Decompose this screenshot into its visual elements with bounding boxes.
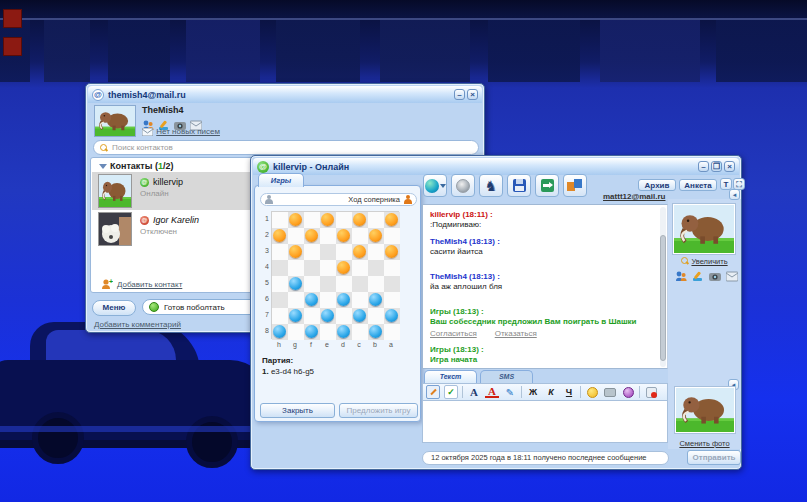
tab-games[interactable]: Игры: [258, 173, 304, 187]
board-cell[interactable]: [384, 260, 400, 276]
profile-button[interactable]: Анкета: [679, 179, 717, 191]
board-cell[interactable]: [304, 212, 320, 228]
board-cell[interactable]: [368, 324, 384, 340]
close-icon[interactable]: ×: [724, 161, 735, 172]
board-cell[interactable]: [336, 260, 352, 276]
minimize-icon[interactable]: –: [698, 161, 709, 172]
highlighter-icon[interactable]: ✎: [503, 385, 517, 399]
board-cell[interactable]: [352, 324, 368, 340]
add-contact-link[interactable]: Добавить контакт: [117, 280, 182, 289]
checker-piece-blue[interactable]: [289, 277, 302, 290]
board-cell[interactable]: [384, 244, 400, 260]
board-cell[interactable]: [272, 292, 288, 308]
board-cell[interactable]: [368, 212, 384, 228]
edit-status-icon[interactable]: [692, 268, 704, 279]
board-cell[interactable]: [304, 276, 320, 292]
spellcheck-icon[interactable]: ✓: [444, 385, 458, 399]
board-cell[interactable]: [368, 228, 384, 244]
board-cell[interactable]: [336, 212, 352, 228]
file-transfer-button[interactable]: [535, 174, 559, 197]
board-cell[interactable]: [336, 308, 352, 324]
checker-piece-blue[interactable]: [305, 293, 318, 306]
contacts-group-header[interactable]: Контакты (1/2): [99, 161, 173, 171]
checker-piece-orange[interactable]: [289, 245, 302, 258]
board-cell[interactable]: [320, 228, 336, 244]
board-cell[interactable]: [336, 228, 352, 244]
messages-scrollbar[interactable]: [660, 207, 666, 367]
board-cell[interactable]: [320, 244, 336, 260]
board-cell[interactable]: [384, 276, 400, 292]
board-cell[interactable]: [352, 292, 368, 308]
call-button[interactable]: [423, 174, 447, 197]
menu-button[interactable]: Меню: [92, 300, 136, 316]
checker-piece-blue[interactable]: [369, 293, 382, 306]
archive-button[interactable]: Архив: [638, 179, 676, 191]
checker-piece-orange[interactable]: [337, 229, 350, 242]
underline-icon[interactable]: Ч: [562, 385, 576, 399]
board-cell[interactable]: [384, 324, 400, 340]
board-cell[interactable]: [288, 324, 304, 340]
board-cell[interactable]: [352, 228, 368, 244]
board-cell[interactable]: [304, 308, 320, 324]
propose-game-button[interactable]: Предложить игру: [339, 403, 418, 418]
board-cell[interactable]: [288, 212, 304, 228]
board-cell[interactable]: [304, 228, 320, 244]
board-cell[interactable]: [272, 212, 288, 228]
close-game-button[interactable]: Закрыть: [260, 403, 335, 418]
italic-icon[interactable]: К: [544, 385, 558, 399]
board-cell[interactable]: [336, 244, 352, 260]
board-cell[interactable]: [368, 276, 384, 292]
message-history[interactable]: killervip (18:11) : :Подмигиваю: TheMish…: [422, 204, 668, 369]
board-cell[interactable]: [384, 228, 400, 244]
accept-link[interactable]: Согласиться: [430, 329, 477, 338]
board-cell[interactable]: [288, 276, 304, 292]
tab-sms[interactable]: SMS: [480, 370, 533, 383]
collapse-panel-icon[interactable]: ◂: [729, 189, 740, 200]
contact-window-titlebar[interactable]: @ themish4@mail.ru – ×: [88, 86, 482, 103]
board-cell[interactable]: [368, 260, 384, 276]
change-photo-link[interactable]: Сменить фото: [679, 439, 729, 448]
board-cell[interactable]: [288, 228, 304, 244]
board-cell[interactable]: [272, 276, 288, 292]
camera-icon[interactable]: [709, 268, 721, 279]
block-user-icon[interactable]: [644, 385, 658, 399]
font-icon[interactable]: A: [467, 385, 481, 399]
board-cell[interactable]: [320, 212, 336, 228]
mail-icon[interactable]: [726, 268, 738, 279]
board-cell[interactable]: [352, 244, 368, 260]
webcam-button[interactable]: [451, 174, 475, 197]
close-icon[interactable]: ×: [467, 89, 478, 100]
scrollbar-thumb[interactable]: [660, 235, 666, 361]
board-cell[interactable]: [320, 308, 336, 324]
board-cell[interactable]: [368, 308, 384, 324]
checker-piece-blue[interactable]: [321, 309, 334, 322]
checker-piece-blue[interactable]: [273, 325, 286, 338]
board-cell[interactable]: [288, 244, 304, 260]
message-input[interactable]: [422, 401, 668, 443]
checker-piece-blue[interactable]: [305, 325, 318, 338]
alarm-icon[interactable]: [621, 385, 635, 399]
board-cell[interactable]: [288, 292, 304, 308]
checker-piece-orange[interactable]: [353, 213, 366, 226]
board-cell[interactable]: [384, 212, 400, 228]
board-cell[interactable]: [320, 324, 336, 340]
chat-window-titlebar[interactable]: @ killervip - Онлайн – ❐ ×: [253, 158, 739, 175]
board-cell[interactable]: [272, 228, 288, 244]
contact-email-link[interactable]: mattt12@mail.ru: [603, 192, 665, 201]
contacts-icon[interactable]: [675, 268, 687, 279]
conference-button[interactable]: [563, 174, 587, 197]
board-cell[interactable]: [320, 260, 336, 276]
checker-piece-orange[interactable]: [289, 213, 302, 226]
send-button[interactable]: Отправить: [687, 450, 741, 465]
checker-piece-blue[interactable]: [289, 309, 302, 322]
checker-piece-orange[interactable]: [369, 229, 382, 242]
search-input[interactable]: Поиск контактов: [93, 140, 479, 155]
board-cell[interactable]: [320, 292, 336, 308]
board-cell[interactable]: [352, 260, 368, 276]
board-cell[interactable]: [352, 276, 368, 292]
maximize-icon[interactable]: ❐: [711, 161, 722, 172]
decline-link[interactable]: Отказаться: [495, 329, 537, 338]
enlarge-photo-link[interactable]: Увеличить: [691, 257, 727, 266]
checker-piece-orange[interactable]: [321, 213, 334, 226]
checker-piece-orange[interactable]: [273, 229, 286, 242]
